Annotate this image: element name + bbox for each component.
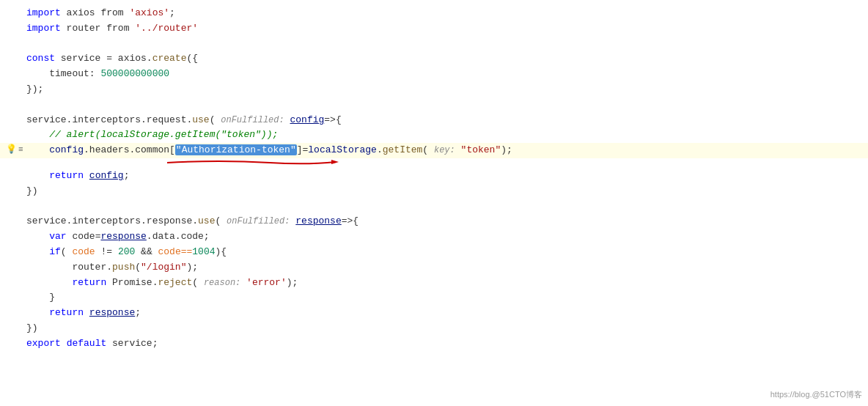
line-content: if( code != 200 && code==1004){ [26, 245, 868, 260]
token-kw: export [26, 338, 61, 349]
code-line: service.interceptors.response.use( onFul… [0, 214, 868, 229]
token-plain: && [135, 246, 158, 257]
token-plain: ); [186, 262, 198, 273]
code-line-wrapper: if( code != 200 && code==1004){ [0, 245, 868, 260]
line-content: // alert(localStorage.getItem("token")); [26, 128, 868, 143]
token-func: use [198, 215, 215, 226]
token-dark-blue: response [89, 307, 135, 318]
token-plain: router [61, 23, 106, 34]
code-line: router.push("/login"); [0, 260, 868, 276]
code-line-wrapper: } [0, 290, 868, 306]
line-content: var code=response.data.code; [26, 229, 868, 245]
token-kw: return [72, 277, 106, 288]
code-line-wrapper: import axios from 'axios'; [0, 6, 868, 21]
red-arrow-container [6, 158, 868, 169]
token-plain: ( [215, 215, 227, 226]
empty-line [0, 37, 868, 52]
token-dark-blue: localStorage [308, 144, 377, 155]
code-line: import axios from 'axios'; [0, 6, 868, 21]
empty-line [0, 199, 868, 215]
code-line-wrapper: var code=response.data.code; [0, 229, 868, 245]
token-plain: }) [26, 322, 38, 333]
line-content: config.headers.common["Authorization-tok… [26, 143, 868, 158]
line-content: timeout: 500000000000 [26, 67, 868, 82]
token-plain: =>{ [342, 215, 358, 226]
token-dark-blue: config [49, 144, 84, 155]
token-plain: service.interceptors.request. [26, 114, 192, 125]
token-plain: axios [61, 7, 101, 18]
line-content: import router from '../router' [26, 21, 868, 37]
line-content: const service = axios.create({ [26, 51, 868, 67]
token-plain [26, 246, 49, 257]
token-plain [61, 338, 67, 349]
token-plain [26, 277, 72, 288]
token-plain: ( [192, 277, 204, 288]
token-func: push [112, 262, 135, 273]
token-plain: =>{ [324, 114, 341, 125]
token-plain: service; [106, 338, 158, 349]
code-line: import router from '../router' [0, 21, 868, 37]
token-func: use [192, 114, 209, 125]
equal-sign-indicator: ≡ [18, 144, 23, 157]
line-content: }) [26, 184, 868, 199]
code-line: } [0, 290, 868, 306]
line-content: import axios from 'axios'; [26, 6, 868, 21]
token-plain: }) [26, 185, 38, 196]
token-num: 500000000000 [100, 68, 169, 79]
token-plain: ( [210, 114, 221, 125]
token-plain: . [377, 144, 383, 155]
token-plain: from [106, 23, 129, 34]
code-line-wrapper: }) [0, 184, 868, 199]
line-content: }) [26, 321, 868, 336]
token-dark-blue: response [100, 231, 146, 242]
token-plain: ({ [186, 53, 198, 64]
token-plain [26, 307, 49, 318]
token-plain: service.interceptors.response. [26, 215, 198, 226]
token-str: "/login" [141, 262, 186, 273]
line-content: return Promise.reject( reason: 'error'); [26, 276, 868, 291]
code-line-wrapper: import router from '../router' [0, 21, 868, 37]
token-plain: ]= [297, 144, 309, 155]
token-kw: const [26, 53, 55, 64]
token-dark-blue: config [290, 114, 325, 125]
code-line-wrapper: return Promise.reject( reason: 'error'); [0, 276, 868, 291]
code-line: 💡≡ config.headers.common["Authorization-… [0, 143, 868, 158]
line-gutter: 💡≡ [6, 143, 26, 157]
token-kw: import [26, 7, 61, 18]
code-line-wrapper: }) [0, 321, 868, 336]
token-hint-label: key: [434, 145, 455, 155]
token-token-highlight: "Authorization-token" [175, 144, 297, 155]
token-plain: ; [135, 307, 141, 318]
token-plain: ; [124, 170, 130, 181]
code-line-wrapper: // alert(localStorage.getItem("token")); [0, 128, 868, 143]
token-kw: var [49, 231, 66, 242]
token-num: 1004 [192, 246, 215, 257]
token-func: create [152, 53, 187, 64]
code-line: var code=response.data.code; [0, 229, 868, 245]
token-orange: code [72, 246, 95, 257]
token-func: reject [158, 277, 192, 288]
code-line: timeout: 500000000000 [0, 67, 868, 82]
token-plain: }); [26, 84, 43, 95]
code-line-wrapper: timeout: 500000000000 [0, 67, 868, 82]
token-plain: ){ [216, 246, 227, 257]
code-line: if( code != 200 && code==1004){ [0, 245, 868, 260]
line-content: service.interceptors.response.use( onFul… [26, 214, 868, 229]
token-plain [26, 170, 49, 181]
bulb-icon[interactable]: 💡 [6, 143, 17, 157]
token-kw: return [49, 307, 84, 318]
code-line: return Promise.reject( reason: 'error'); [0, 276, 868, 291]
code-line-wrapper: 💡≡ config.headers.common["Authorization-… [0, 143, 868, 169]
token-plain [240, 277, 246, 288]
code-line-wrapper: router.push("/login"); [0, 260, 868, 276]
svg-marker-0 [331, 160, 339, 164]
token-hint-label: onFulfilled: [227, 216, 290, 226]
token-str: "token" [461, 144, 501, 155]
code-line-wrapper: return config; [0, 169, 868, 184]
line-content: export default service; [26, 336, 868, 352]
token-kw: default [67, 338, 107, 349]
line-content: router.push("/login"); [26, 260, 868, 276]
code-line-wrapper: service.interceptors.response.use( onFul… [0, 214, 868, 229]
token-comment: // alert(localStorage.getItem("token")); [49, 129, 278, 140]
token-dark-blue: config [89, 170, 124, 181]
